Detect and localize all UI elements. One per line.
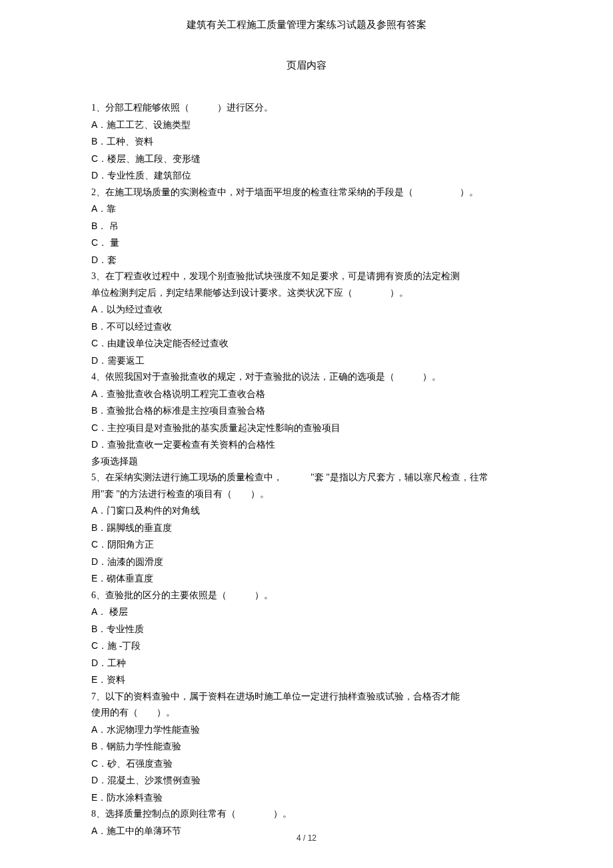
option-letter: B	[91, 624, 97, 634]
option-text: ．查验批查收合格说明工程完工查收合格	[97, 389, 265, 399]
text-line: C．主控项目是对查验批的基实质量起决定性影响的查验项目	[91, 420, 546, 437]
option-letter: A	[91, 505, 97, 516]
option-letter: E	[91, 573, 97, 584]
text-line: 使用的有（ ）。	[91, 705, 546, 721]
option-text: ．踢脚线的垂直度	[97, 523, 172, 533]
option-letter: A	[91, 119, 97, 130]
text-line: C．砂、石强度查验	[91, 755, 546, 773]
text-line: E．资料	[91, 671, 546, 689]
option-letter: D	[91, 439, 98, 450]
option-text: ．混凝土、沙浆惯例查验	[98, 775, 201, 785]
text-line: C．阴阳角方正	[91, 536, 546, 554]
page-number: 4 / 12	[0, 833, 613, 843]
option-text: ．工种	[98, 658, 126, 668]
text-line: E．砌体垂直度	[91, 570, 546, 588]
option-text: ．需要返工	[98, 356, 145, 366]
option-letter: C	[91, 640, 98, 651]
text-line: B． 吊	[91, 218, 546, 235]
option-text: ．不可以经过查收	[97, 322, 172, 332]
option-letter: D	[91, 775, 98, 785]
text-line: D．需要返工	[91, 352, 546, 370]
option-text: ．套	[98, 255, 117, 265]
text-line: C． 量	[91, 234, 546, 252]
text-line: C．由建设单位决定能否经过查收	[91, 335, 546, 352]
option-letter: D	[91, 657, 98, 668]
option-text: ．主控项目是对查验批的基实质量起决定性影响的查验项目	[98, 423, 340, 433]
option-text: ．查验批合格的标准是主控项目查验合格	[97, 406, 265, 416]
option-text: ．阴阳角方正	[98, 540, 154, 550]
text-line: A．施工工艺、设施类型	[91, 117, 546, 134]
option-text: ．专业性质、建筑部位	[98, 171, 191, 181]
option-letter: B	[91, 220, 97, 231]
option-letter: D	[91, 355, 98, 366]
text-line: B．踢脚线的垂直度	[91, 520, 546, 537]
option-text: ．钢筋力学性能查验	[97, 741, 181, 751]
text-line: C．施 -丁段	[91, 638, 546, 655]
text-line: B．钢筋力学性能查验	[91, 738, 546, 755]
text-line: D．油漆的圆滑度	[91, 554, 546, 571]
text-line: A．门窗口及构件的对角线	[91, 502, 546, 520]
content-area: 1、分部工程能够依照（ ）进行区分。 A．施工工艺、设施类型 B．工种、资料 C…	[91, 100, 546, 839]
text-line: A．查验批查收合格说明工程完工查收合格	[91, 386, 546, 403]
option-text: ．施工工艺、设施类型	[97, 120, 191, 130]
page-title: 建筑有关工程施工质量管理方案练习试题及参照有答案	[0, 0, 613, 31]
option-text: ．门窗口及构件的对角线	[97, 506, 200, 516]
text-line: D．套	[91, 252, 546, 269]
option-text: ．施 -丁段	[98, 641, 141, 651]
text-line: B．工种、资料	[91, 133, 546, 151]
text-line: 8、选择质量控制点的原则往常有（ ）。	[91, 806, 546, 823]
text-line: B．专业性质	[91, 621, 546, 638]
option-letter: D	[91, 254, 98, 265]
option-letter: B	[91, 136, 97, 147]
option-text: ．靠	[97, 204, 116, 214]
text-line: C．楼层、施工段、变形缝	[91, 151, 546, 168]
text-line: A．靠	[91, 201, 546, 218]
option-letter: A	[91, 304, 97, 314]
option-letter: E	[91, 674, 97, 685]
option-letter: A	[91, 388, 97, 399]
option-letter: D	[91, 556, 98, 567]
option-letter: A	[91, 606, 97, 617]
option-letter: C	[91, 153, 98, 164]
text-line: A． 楼层	[91, 604, 546, 621]
option-letter: C	[91, 422, 98, 433]
option-letter: C	[91, 338, 98, 348]
text-line: 单位检测判定后，判定结果能够达到设计要求。这类状况下应（ ）。	[91, 285, 546, 302]
text-line: D．混凝土、沙浆惯例查验	[91, 772, 546, 789]
text-line: 用"套 "的方法进行检查的项目有（ ）。	[91, 486, 546, 503]
text-line: 2、在施工现场质量的实测检查中，对于墙面平坦度的检查往常采纳的手段是（ ）。	[91, 185, 546, 201]
option-letter: D	[91, 170, 98, 181]
option-text: ．资料	[97, 675, 125, 685]
option-text: ．由建设单位决定能否经过查收	[98, 338, 229, 348]
text-line: B．不可以经过查收	[91, 318, 546, 336]
header-label: 页眉内容	[0, 59, 613, 72]
option-letter: A	[91, 203, 97, 214]
option-text: ．以为经过查收	[97, 304, 163, 314]
option-text: ． 吊	[97, 221, 119, 231]
text-line: 1、分部工程能够依照（ ）进行区分。	[91, 100, 546, 117]
option-letter: C	[91, 539, 98, 550]
option-text: ．防水涂料查验	[97, 793, 163, 803]
text-line: A．水泥物理力学性能查验	[91, 721, 546, 739]
option-text: ．楼层、施工段、变形缝	[98, 154, 201, 164]
option-text: ．工种、资料	[97, 137, 153, 147]
option-letter: B	[91, 741, 97, 751]
option-letter: C	[91, 237, 98, 248]
text-line: 多项选择题	[91, 454, 546, 470]
text-line: E．防水涂料查验	[91, 789, 546, 807]
option-text: ．水泥物理力学性能查验	[97, 725, 200, 735]
option-text: ． 量	[98, 238, 119, 248]
text-line: B．查验批合格的标准是主控项目查验合格	[91, 402, 546, 420]
option-letter: B	[91, 405, 97, 416]
option-text: ．砌体垂直度	[97, 574, 153, 584]
text-line: 5、在采纳实测法进行施工现场的质量检查中， "套 "是指以方尺套方，辅以塞尺检查…	[91, 470, 546, 486]
text-line: D．查验批查收一定要检查有关资料的合格性	[91, 436, 546, 454]
option-letter: E	[91, 792, 97, 803]
text-line: 6、查验批的区分的主要依照是（ ）。	[91, 588, 546, 604]
option-text: ．专业性质	[97, 624, 144, 634]
text-line: A．以为经过查收	[91, 301, 546, 318]
option-text: ． 楼层	[97, 607, 128, 617]
text-line: 4、依照我国对于查验批查收的规定，对于查验批的说法，正确的选项是（ ）。	[91, 369, 546, 386]
option-letter: C	[91, 758, 98, 769]
option-letter: B	[91, 522, 97, 533]
